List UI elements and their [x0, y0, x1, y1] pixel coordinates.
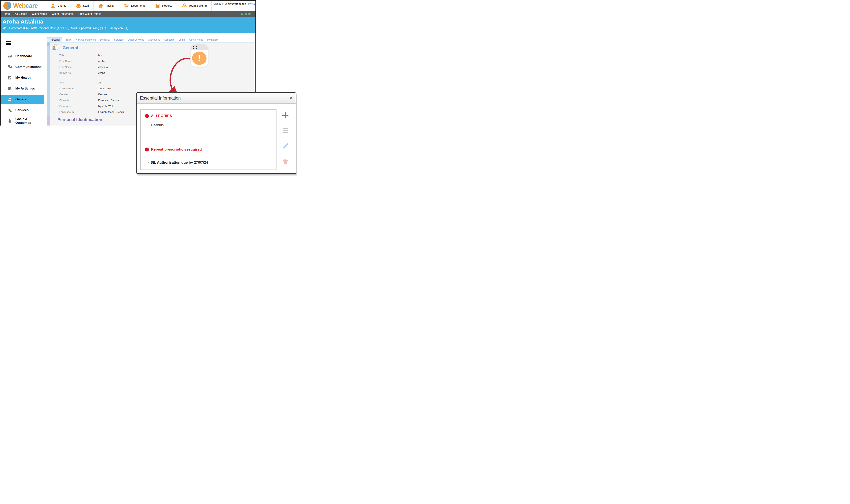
- topnav-item-team-building[interactable]: Team Building: [177, 1, 212, 11]
- annotation-arrow: [166, 51, 193, 96]
- tab-schedule[interactable]: Schedule: [162, 37, 177, 42]
- field-row-date-of-birth: Date of Birth: 22/04/1999: [59, 86, 243, 91]
- add-button[interactable]: [282, 112, 289, 119]
- home-icon: [98, 3, 103, 8]
- list-item-repeat-prescription[interactable]: ! Repeat prescription required: [141, 143, 276, 156]
- field-label: Date of Birth:: [59, 87, 98, 90]
- field-group-divider: [59, 77, 231, 77]
- reorder-button[interactable]: [282, 127, 289, 134]
- my-account-link[interactable]: My Ac: [248, 2, 255, 5]
- person-icon: [51, 3, 56, 8]
- sidebar-item-label: Dashboard: [15, 54, 32, 58]
- tab-services[interactable]: Services: [112, 37, 126, 42]
- essential-info-list: ! ALLEGRIES Peanuts ! Repeat prescriptio…: [140, 109, 276, 170]
- alert-circle-icon: !: [145, 147, 149, 151]
- folder-open-icon: [124, 3, 129, 8]
- tab-personal[interactable]: Personal: [47, 37, 62, 42]
- subnav-item-client-notes[interactable]: Client Notes: [30, 12, 49, 15]
- field-row-last-name: Last Name: Ataahua: [59, 64, 243, 70]
- alert-heading: Repeat prescription required: [151, 147, 202, 151]
- tab-admin-notes[interactable]: Admin Notes: [187, 37, 205, 42]
- subnav-item-client-documents[interactable]: Client Documents: [49, 12, 76, 15]
- dialog-header: Essential Information ✕: [137, 93, 296, 104]
- field-row-first-name: First Name: Aroha: [59, 58, 243, 64]
- webcare-globe-icon: [3, 1, 12, 10]
- sidebar-item-services[interactable]: Services: [1, 106, 44, 115]
- field-label: Primary Iwi:: [59, 105, 98, 108]
- alert-detail: Peanuts: [151, 123, 164, 127]
- field-label: Known As:: [59, 71, 98, 74]
- list-item-sil-authorisation[interactable]: - SIL Authorisation due by 27/07/24: [141, 156, 276, 169]
- sidebar-item-communications[interactable]: Communications: [1, 62, 44, 71]
- sidebar-item-label: My Activities: [15, 87, 35, 90]
- field-label: Age:: [59, 81, 98, 84]
- tab-other-services[interactable]: Other Services: [126, 37, 146, 42]
- sidebar-item-label: Services: [15, 108, 29, 112]
- section-strip-cap: [47, 42, 50, 46]
- tab-nok-guardianship[interactable]: NoK/Guardianship: [74, 37, 98, 42]
- client-care-programmes: MoH Homecare (HM), ACC Personal Care (AC…: [2, 26, 255, 30]
- sidebar-item-dashboard[interactable]: Dashboard: [1, 52, 44, 61]
- warning-exclamation-icon: !: [192, 52, 206, 65]
- alert-heading: ALLEGRIES: [151, 114, 172, 118]
- sidebar-item-my-health[interactable]: My Health: [1, 73, 44, 82]
- health-book-icon: [7, 75, 12, 80]
- topnav-item-clients[interactable]: Clients: [46, 1, 71, 11]
- general-fields-primary: Title: Ms First Name: Aroha Last Name: A…: [59, 52, 243, 76]
- dialog-title: Essential Information: [140, 93, 181, 103]
- sidebar-item-label: Communications: [15, 65, 41, 69]
- tab-allocations[interactable]: Allocations: [146, 37, 162, 42]
- delete-button[interactable]: [282, 158, 289, 165]
- subnav-item-print-client-details[interactable]: Print Client Details: [76, 12, 104, 15]
- field-label: Language(s):: [59, 110, 98, 113]
- field-value: English, Māori, French: [98, 110, 124, 113]
- section-heading-general: General: [62, 45, 78, 50]
- tab-my-health[interactable]: My Health: [205, 37, 220, 42]
- sidebar-item-goals-outcomes[interactable]: Goals & Outcomes: [1, 116, 44, 126]
- signed-in-divider: |: [247, 2, 248, 5]
- reorder-lines-icon: [283, 128, 288, 129]
- topnav-item-documents[interactable]: Documents: [119, 1, 150, 11]
- client-name: Aroha Ataahua: [2, 18, 255, 25]
- tab-disability[interactable]: Disability: [98, 37, 112, 42]
- subnav-item-all-clients[interactable]: All Clients: [12, 12, 30, 15]
- tab-profile[interactable]: Profile: [62, 37, 74, 42]
- note-text: - SIL Authorisation due by 27/07/24: [148, 160, 208, 165]
- support-link[interactable]: Support: [241, 12, 251, 15]
- list-item-allergies[interactable]: ! ALLEGRIES Peanuts: [141, 110, 276, 143]
- topnav-item-label: Staff: [83, 4, 89, 7]
- field-value: Aroha: [98, 60, 105, 62]
- top-navigation: Clients Staff Facility Documents: [46, 1, 212, 11]
- cubes-icon: [182, 3, 187, 8]
- brand-wordmark: Webcare: [13, 2, 38, 9]
- field-label: Ethnicity:: [59, 99, 98, 102]
- tab-login[interactable]: Login: [177, 37, 187, 42]
- field-value: 22/04/1999: [98, 87, 111, 90]
- signed-in-status: Signed in as webcareadmin | My Ac: [213, 2, 255, 5]
- client-sub-navigation: Home All Clients Client Notes Client Doc…: [1, 11, 255, 17]
- signed-in-prefix: Signed in as: [213, 2, 228, 5]
- tab-bar: Personal Profile NoK/Guardianship Disabi…: [47, 37, 254, 42]
- edit-button[interactable]: [282, 143, 289, 149]
- hamburger-menu-icon[interactable]: [6, 41, 11, 45]
- contact-card-icon: [52, 44, 60, 52]
- close-icon[interactable]: ✕: [289, 93, 293, 103]
- topnav-item-facility[interactable]: Facility: [93, 1, 119, 11]
- webcare-logo[interactable]: Webcare: [1, 1, 46, 11]
- chat-bubbles-icon: [7, 65, 12, 69]
- dialog-action-column: [282, 93, 289, 173]
- sidebar-item-general[interactable]: General: [1, 95, 44, 104]
- topnav-item-reports[interactable]: Reports: [150, 1, 177, 11]
- people-group-icon: [76, 3, 81, 8]
- drag-dots-icon: [193, 46, 198, 49]
- subnav-item-home[interactable]: Home: [1, 12, 12, 15]
- person-icon: [7, 97, 12, 102]
- field-value: Ms: [98, 54, 102, 57]
- field-value: Ataahua: [98, 66, 108, 69]
- topnav-item-staff[interactable]: Staff: [71, 1, 94, 11]
- topnav-item-label: Team Building: [189, 4, 207, 7]
- sidebar-item-my-activities[interactable]: My Activities: [1, 84, 44, 93]
- sidebar-item-label: Goals & Outcomes: [15, 117, 44, 125]
- sidebar-item-label: My Health: [15, 76, 31, 79]
- badge-header: [191, 44, 208, 50]
